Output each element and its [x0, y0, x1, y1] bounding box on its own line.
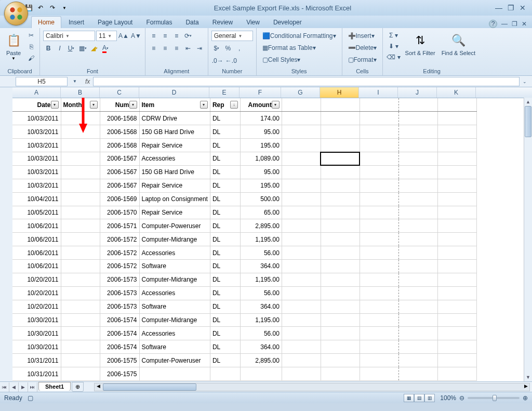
cell[interactable] — [360, 219, 398, 233]
column-header[interactable]: B — [61, 87, 100, 98]
cell[interactable]: Software — [139, 300, 210, 313]
cell[interactable] — [321, 125, 360, 139]
cell[interactable]: DL — [210, 152, 240, 166]
cell[interactable] — [61, 179, 100, 192]
cell[interactable] — [282, 246, 321, 260]
cell[interactable]: 56.00 — [240, 327, 282, 340]
cell[interactable] — [61, 327, 100, 340]
sheet-tab[interactable]: Sheet1 — [38, 382, 71, 391]
cell[interactable] — [321, 112, 360, 125]
row-header[interactable]: 2 — [0, 110, 12, 121]
cell[interactable] — [398, 206, 437, 219]
tab-data[interactable]: Data — [179, 17, 205, 28]
cell[interactable] — [398, 300, 437, 313]
cell[interactable] — [437, 165, 476, 179]
cell[interactable]: CDRW Drive — [139, 112, 210, 125]
percent-button[interactable]: % — [223, 43, 233, 54]
cell[interactable] — [398, 139, 437, 152]
cell[interactable] — [321, 233, 360, 246]
cell[interactable] — [398, 286, 437, 300]
fx-icon[interactable]: fx — [82, 78, 93, 85]
cell[interactable] — [360, 112, 398, 125]
maximize-button[interactable]: ❐ — [508, 4, 514, 12]
column-header[interactable]: A — [12, 87, 61, 98]
cell[interactable] — [139, 367, 210, 381]
cell[interactable]: 10/03/2011 — [12, 179, 61, 192]
cell[interactable] — [398, 367, 437, 381]
cell[interactable]: 2006-1567 — [100, 165, 139, 179]
cell[interactable] — [282, 219, 321, 233]
font-color-button[interactable]: A▾ — [100, 43, 111, 54]
cell[interactable] — [437, 112, 476, 125]
cell[interactable] — [437, 192, 476, 206]
cell[interactable]: DL — [210, 246, 240, 260]
cell[interactable]: 2006-1574 — [100, 327, 139, 340]
cell[interactable] — [360, 354, 398, 367]
decrease-decimal-button[interactable]: ←.0 — [225, 56, 237, 66]
cell[interactable]: 2,895.00 — [240, 354, 282, 367]
cell[interactable] — [61, 139, 100, 152]
cell[interactable] — [437, 125, 476, 139]
cell[interactable]: 2006-1568 — [100, 139, 139, 152]
cell[interactable]: 10/30/2011 — [12, 340, 61, 354]
cell[interactable] — [437, 327, 476, 340]
cell[interactable]: 65.00 — [240, 206, 282, 219]
cell[interactable] — [360, 125, 398, 139]
cell[interactable] — [61, 206, 100, 219]
cell[interactable]: 10/31/2011 — [12, 367, 61, 381]
cell[interactable]: DL — [210, 112, 240, 125]
cell[interactable]: DL — [210, 260, 240, 273]
orientation-button[interactable]: ⟳▾ — [183, 31, 193, 41]
cut-button[interactable]: ✂ — [26, 30, 36, 41]
zoom-out-button[interactable]: ⊖ — [459, 394, 464, 402]
column-header[interactable]: H — [320, 87, 359, 98]
filter-dropdown[interactable]: ▾ — [272, 101, 280, 109]
cell[interactable]: 500.00 — [240, 192, 282, 206]
cell[interactable] — [398, 112, 437, 125]
cell[interactable] — [61, 152, 100, 166]
cell[interactable]: 10/06/2011 — [12, 260, 61, 273]
row-header[interactable]: 18 — [0, 293, 12, 304]
row-header[interactable]: 4 — [0, 132, 12, 144]
cell[interactable] — [61, 165, 100, 179]
column-header[interactable]: K — [437, 87, 476, 98]
tab-formulas[interactable]: Formulas — [140, 17, 178, 28]
normal-view-button[interactable]: ▦ — [404, 394, 414, 402]
cell[interactable] — [321, 165, 360, 179]
row-header[interactable]: 16 — [0, 270, 12, 281]
cell[interactable]: Repair Service — [139, 206, 210, 219]
cell[interactable]: 95.00 — [240, 165, 282, 179]
cell[interactable] — [398, 179, 437, 192]
cell[interactable] — [321, 367, 360, 381]
cell[interactable] — [437, 152, 476, 166]
font-size-combo[interactable]: 11▼ — [96, 31, 117, 41]
cell[interactable]: Computer-Poweruser — [139, 219, 210, 233]
cell[interactable] — [360, 179, 398, 192]
cell[interactable] — [282, 327, 321, 340]
cell[interactable]: DL — [210, 354, 240, 367]
cell[interactable] — [437, 179, 476, 192]
tab-page-layout[interactable]: Page Layout — [91, 17, 139, 28]
cell[interactable] — [321, 179, 360, 192]
cell[interactable] — [398, 152, 437, 166]
cell[interactable]: 364.00 — [240, 260, 282, 273]
cell[interactable]: Computer-Midrange — [139, 313, 210, 327]
cell[interactable]: 10/06/2011 — [12, 219, 61, 233]
cell[interactable]: 2006-1573 — [100, 286, 139, 300]
row-header[interactable]: 9 — [0, 190, 12, 201]
cell[interactable]: 2006-1572 — [100, 246, 139, 260]
doc-close-button[interactable]: ✕ — [522, 20, 527, 28]
cell[interactable] — [282, 367, 321, 381]
align-right-button[interactable]: ≡ — [171, 43, 182, 54]
cell[interactable] — [321, 286, 360, 300]
cell[interactable] — [360, 273, 398, 286]
name-box[interactable]: H5 — [16, 77, 68, 86]
cell[interactable] — [398, 165, 437, 179]
cell[interactable]: 95.00 — [240, 125, 282, 139]
cell[interactable]: 2006-1568 — [100, 112, 139, 125]
insert-cells-button[interactable]: ➕ Insert ▾ — [345, 31, 377, 41]
format-as-table-button[interactable]: ▦ Format as Table ▾ — [260, 43, 318, 53]
cell[interactable]: 10/06/2011 — [12, 246, 61, 260]
cell[interactable] — [282, 206, 321, 219]
cell[interactable]: 10/03/2011 — [12, 165, 61, 179]
